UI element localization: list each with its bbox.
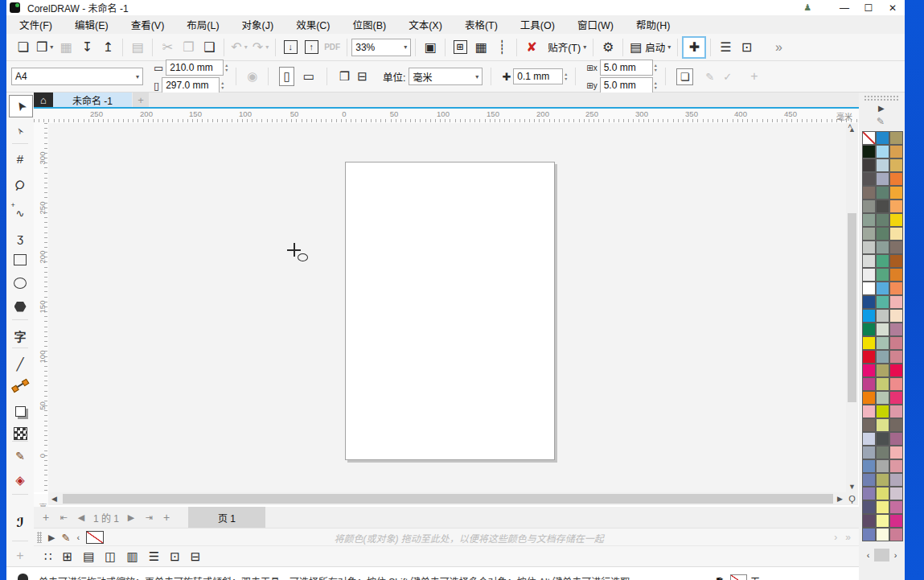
page-area[interactable] <box>345 162 555 460</box>
portrait-button[interactable]: ▯ <box>279 67 294 86</box>
menu-item-3[interactable]: 布局(L) <box>187 17 219 32</box>
launcher-icon[interactable]: ▤启动▾ <box>627 37 673 58</box>
swatch-cc7d8c[interactable] <box>889 336 903 350</box>
tool-ink-icon[interactable]: ℐ <box>9 512 31 533</box>
paste-icon[interactable]: ❑ <box>199 37 220 58</box>
menu-item-4[interactable]: 对象(J) <box>242 17 274 32</box>
tool-text-icon[interactable]: 字 <box>9 325 31 346</box>
swatch-736861[interactable] <box>862 418 876 432</box>
horizontal-scrollbar[interactable]: ◀ ▶ <box>48 492 846 505</box>
page-height-spinner[interactable]: ▴▾ <box>221 80 224 90</box>
options-gear-icon[interactable]: ⚙ <box>598 37 618 58</box>
swatch-f7e2a3[interactable] <box>889 227 903 241</box>
swatch-f28c57[interactable] <box>889 282 903 295</box>
tool-dimension-icon[interactable]: ╱ <box>9 354 31 375</box>
open-icon[interactable]: ❒▾ <box>34 37 55 58</box>
view-list-icon[interactable]: ☰ <box>715 37 736 58</box>
toolbar-overflow-icon[interactable]: » <box>768 37 789 58</box>
swatch-f2b5bf[interactable] <box>862 405 876 418</box>
duplicate-y-field[interactable]: 5.0 mm <box>600 77 653 93</box>
horizontal-ruler[interactable]: 2502001501005005010015020025030035040045… <box>34 109 859 123</box>
swatch-a89a66[interactable] <box>889 131 903 145</box>
show-guidelines-icon[interactable]: ┊ <box>491 37 512 58</box>
swatch-f2d50d[interactable] <box>889 213 903 227</box>
swatch-7080b2[interactable] <box>862 473 876 487</box>
color-palette-flyout-icon[interactable]: ▶ <box>878 104 885 113</box>
swatch-ccd2e6[interactable] <box>862 432 876 446</box>
menu-item-1[interactable]: 编辑(E) <box>75 17 109 32</box>
swatch-b07d99[interactable] <box>889 323 903 336</box>
add-page-right-button[interactable]: + <box>158 508 175 526</box>
add-control-icon[interactable]: + <box>750 69 758 84</box>
swatch-8c9f99[interactable] <box>876 241 889 254</box>
menu-item-9[interactable]: 工具(O) <box>520 17 555 32</box>
palette-scroll-right-icon[interactable]: › <box>889 550 901 560</box>
tool-eyedropper-icon[interactable]: ✎ <box>9 446 31 467</box>
document-tab[interactable]: 未命名 -1 <box>53 93 132 107</box>
home-icon[interactable]: ⌂ <box>34 93 53 107</box>
swatch-ee7f0d[interactable] <box>862 391 876 405</box>
swatch-a6d9f2[interactable] <box>876 145 889 158</box>
maximize-button[interactable]: ☐ <box>856 1 881 14</box>
swatch-2288cc[interactable] <box>876 131 889 145</box>
page-preset-combo[interactable]: A4▾ <box>11 68 143 85</box>
no-color-swatch[interactable] <box>86 531 104 544</box>
swatch-6a8cbd[interactable] <box>862 459 876 473</box>
snap-off-icon[interactable]: ✘ <box>521 37 542 58</box>
pdf-icon[interactable]: PDF <box>322 37 343 58</box>
treat-as-filled-button[interactable]: ❏ <box>676 68 694 85</box>
adjust-sliders-docker-icon[interactable]: ☰ <box>149 549 159 564</box>
swatch-403c3c[interactable] <box>862 158 876 172</box>
swatch-b2b266[interactable] <box>876 473 889 487</box>
swatch-9fa89c[interactable] <box>862 227 876 241</box>
menu-item-6[interactable]: 位图(B) <box>353 17 387 32</box>
menu-item-7[interactable]: 文本(X) <box>409 17 442 32</box>
window-columns-docker-icon[interactable]: ▥ <box>127 549 138 564</box>
swatch-dd0d26[interactable] <box>862 350 876 364</box>
swatch-5e4a66[interactable] <box>862 514 876 528</box>
nudge-spinner[interactable]: ▴▾ <box>565 72 567 81</box>
swatch-5e8069[interactable] <box>876 227 889 241</box>
import-icon[interactable]: ↓ <box>280 37 301 58</box>
page-tab[interactable]: 页 1 <box>188 507 265 528</box>
swatch-57b5a3[interactable] <box>876 295 889 309</box>
swatch-c2c6c2[interactable] <box>876 309 889 323</box>
extrude-docker-icon[interactable]: ⊞ <box>63 549 73 564</box>
swatch-e60d73[interactable] <box>862 364 876 377</box>
redo-icon[interactable]: ↷▾ <box>250 37 271 58</box>
swatch-f7a85e[interactable] <box>889 200 903 213</box>
swatch-c46ea0[interactable] <box>889 500 903 514</box>
swatch-4c5050[interactable] <box>876 432 889 446</box>
palette-flyout-icon[interactable]: ▶ <box>48 533 55 543</box>
tool-shape-icon[interactable]: ➢ <box>9 121 31 142</box>
swatch-57acdd[interactable] <box>876 282 889 295</box>
swatch-0f1f0f[interactable] <box>862 145 876 158</box>
swatch-5e8070[interactable] <box>876 186 889 200</box>
swatch-f2b3b3[interactable] <box>889 446 903 459</box>
swatch-dd99a3[interactable] <box>889 459 903 473</box>
swatch-d9a050[interactable] <box>889 145 903 158</box>
add-page-left-button[interactable]: + <box>37 508 55 526</box>
account-icon[interactable]: ♟ <box>803 2 811 13</box>
duplicate-x-spinner[interactable]: ▴▾ <box>655 63 657 72</box>
print-icon[interactable]: ▤ <box>127 37 148 58</box>
tool-crop-icon[interactable]: # <box>9 148 31 169</box>
swatch-a6c2b2[interactable] <box>876 336 889 350</box>
swatch-4c4c4a[interactable] <box>876 200 889 213</box>
swatch-f2b5b5[interactable] <box>889 295 903 309</box>
tool-pick-icon[interactable]: ➤ <box>9 95 33 117</box>
swatch-none[interactable] <box>862 131 876 145</box>
scroll-down-icon[interactable]: ▼ <box>846 480 858 492</box>
swatch-a8aaa8[interactable] <box>876 459 889 473</box>
swatch-ffffff[interactable] <box>862 282 876 295</box>
vertical-ruler[interactable]: 300250200150100500 <box>34 123 48 492</box>
scroll-right-icon[interactable]: ▶ <box>834 492 846 505</box>
swatch-dd99a8[interactable] <box>889 405 903 418</box>
tool-freehand-icon[interactable]: ∿ <box>9 203 31 224</box>
swatch-a85c20[interactable] <box>889 254 903 268</box>
view-pages-icon[interactable]: ⊡ <box>736 37 757 58</box>
show-rulers-icon[interactable]: ⊞ <box>450 37 470 58</box>
copy-icon[interactable]: ❐ <box>178 37 199 58</box>
palette-scroll-box[interactable] <box>874 549 889 561</box>
palette-drag-handle[interactable] <box>37 532 42 543</box>
